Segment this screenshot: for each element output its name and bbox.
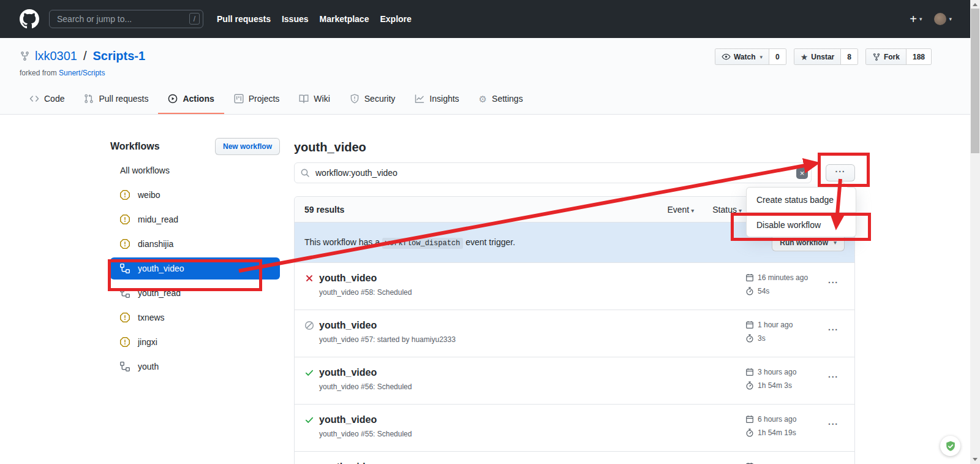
event-filter-dropdown[interactable]: Event▾ [667,205,694,215]
breadcrumb-separator: / [83,49,87,63]
global-search: / [49,10,203,28]
workflow-icon [120,264,130,273]
nav-issues[interactable]: Issues [282,14,309,24]
sidebar-item-weibo[interactable]: weibo [110,183,280,207]
star-count[interactable]: 8 [840,49,858,64]
run-title-link[interactable]: youth_video [319,414,377,425]
tab-insights[interactable]: Insights [405,85,469,114]
sidebar-item-youth-read[interactable]: youth_read [110,281,280,305]
repo-header: lxk0301 / Scripts-1 forked from Sunert/S… [0,38,970,115]
calendar-icon [745,321,754,329]
shield-icon [350,94,360,104]
global-header: / Pull requests Issues Marketplace Explo… [0,0,980,38]
run-meta [745,461,758,464]
tab-pull-requests[interactable]: Pull requests [74,85,158,114]
repo-social-actions: Watch ▾ 0 ★ Unstar 8 Fork 188 [715,48,932,65]
tab-settings[interactable]: ⚙ Settings [469,85,533,114]
run-kebab-icon[interactable]: ··· [828,372,839,382]
breadcrumb: lxk0301 / Scripts-1 [20,49,145,63]
run-row[interactable]: youth_video ··· [295,451,854,464]
calendar-icon [745,368,754,376]
sidebar-item-jingxi[interactable]: jingxi [110,330,280,354]
run-row[interactable]: youth_video youth_video #58: Scheduled 1… [295,262,854,310]
fork-count[interactable]: 188 [906,49,931,64]
workflow-runs-panel: youth_video × ··· 59 results Event▾ Stat… [294,136,855,464]
scroll-up-icon[interactable] [973,3,978,6]
repo-forked-icon [20,51,30,61]
x-failed-icon [304,273,314,283]
sidebar-item-youth-video[interactable]: youth_video [110,257,280,280]
run-row[interactable]: youth_video youth_video #56: Scheduled 3… [295,357,854,404]
sidebar-item-label: dianshijia [138,239,173,249]
run-title-link[interactable]: youth_video [319,273,377,284]
banner-text: This workflow has a [304,237,380,247]
run-duration: 3s [758,334,766,343]
user-menu[interactable]: ▾ [927,13,952,25]
sidebar-item-label: youth_read [138,288,181,298]
fork-source-link[interactable]: Sunert/Scripts [59,69,105,77]
nav-marketplace[interactable]: Marketplace [320,14,369,24]
run-row[interactable]: youth_video youth_video #55: Scheduled 6… [295,404,854,451]
calendar-icon [745,415,754,424]
sidebar-item-dianshijia[interactable]: dianshijia [110,232,280,256]
fork-button[interactable]: Fork 188 [865,48,932,65]
alert-octagon-icon [120,239,130,249]
tab-wiki[interactable]: Wiki [289,85,339,114]
run-title-link[interactable]: youth_video [319,462,377,464]
stopwatch-icon [745,381,754,390]
watch-count[interactable]: 0 [769,49,786,64]
run-time: 3 hours ago [758,368,796,376]
slash-key-hint: / [189,13,200,25]
unstar-button[interactable]: ★ Unstar 8 [794,48,858,65]
workflow-options-kebab-button[interactable]: ··· [826,164,855,181]
circle-slash-cancelled-icon [304,321,314,330]
adblock-shield-badge[interactable] [940,436,960,456]
sidebar-item-label: txnews [138,313,165,322]
search-icon [300,168,310,178]
github-logo-icon[interactable] [20,9,39,29]
tab-security[interactable]: Security [340,85,405,114]
run-row[interactable]: youth_video youth_video #57: started by … [295,310,854,357]
graph-icon [415,94,424,104]
chevron-down-icon: ▾ [739,207,742,214]
global-search-input[interactable] [49,10,203,28]
scroll-down-icon[interactable] [973,458,978,461]
star-filled-icon: ★ [801,53,809,61]
create-new-menu[interactable]: + ▾ [910,13,922,25]
tab-label: Actions [183,94,214,104]
menu-item-create-status-badge[interactable]: Create status badge [747,188,856,212]
run-title-link[interactable]: youth_video [319,320,377,331]
sidebar-item-youth[interactable]: youth [110,354,280,379]
menu-item-disable-workflow[interactable]: Disable workflow [747,212,856,237]
tab-actions[interactable]: Actions [158,85,224,114]
watch-button[interactable]: Watch ▾ 0 [715,48,786,65]
sidebar-item-all-workflows[interactable]: All workflows [110,158,280,183]
scrollbar-thumb[interactable] [971,9,979,153]
nav-explore[interactable]: Explore [380,14,411,24]
repo-name-link[interactable]: Scripts-1 [93,49,146,63]
clear-filter-icon[interactable]: × [796,167,808,179]
sidebar-title: Workflows [110,141,160,152]
banner-code: workflow_dispatch [382,238,463,249]
nav-pull-requests[interactable]: Pull requests [217,14,271,24]
run-kebab-icon[interactable]: ··· [828,419,839,429]
run-duration: 54s [758,287,769,295]
run-meta: 6 hours ago 1h 54m 19s [745,414,796,441]
repo-owner-link[interactable]: lxk0301 [35,49,77,63]
new-workflow-button[interactable]: New workflow [215,138,280,155]
tab-projects[interactable]: Projects [224,85,290,114]
code-icon [29,94,39,104]
sidebar-item-midu-read[interactable]: midu_read [110,207,280,232]
run-kebab-icon[interactable]: ··· [828,325,839,335]
calendar-icon [745,273,754,282]
status-filter-dropdown[interactable]: Status▾ [712,205,742,215]
eye-icon [722,52,731,61]
runs-filter-input[interactable] [294,162,812,183]
sidebar-item-txnews[interactable]: txnews [110,305,280,330]
tab-label: Wiki [314,94,330,104]
run-kebab-icon[interactable]: ··· [828,278,839,287]
run-title-link[interactable]: youth_video [319,367,377,378]
page-scrollbar[interactable] [970,0,980,464]
book-icon [299,94,309,104]
tab-code[interactable]: Code [20,85,74,114]
